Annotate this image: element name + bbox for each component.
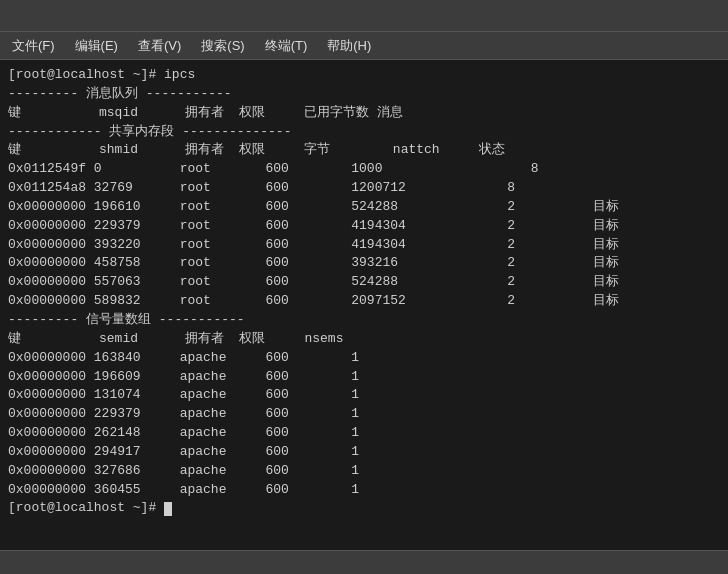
status-bar <box>0 550 728 574</box>
prompt-text: [root@localhost ~]# <box>8 499 164 518</box>
terminal-line: 0x00000000 131074 apache 600 1 <box>8 386 720 405</box>
menu-help[interactable]: 帮助(H) <box>319 35 379 57</box>
terminal-line: 0x00000000 196609 apache 600 1 <box>8 368 720 387</box>
terminal-line: 0x00000000 327686 apache 600 1 <box>8 462 720 481</box>
menu-search[interactable]: 搜索(S) <box>193 35 252 57</box>
menu-file[interactable]: 文件(F) <box>4 35 63 57</box>
terminal-line: 0x00000000 163840 apache 600 1 <box>8 349 720 368</box>
command-prompt: [root@localhost ~]# ipcs <box>8 66 720 85</box>
terminal-line: 0x00000000 557063 root 600 524288 2 目标 <box>8 273 720 292</box>
terminal-output: --------- 消息队列 -----------键 msqid 拥有者 权限… <box>8 85 720 500</box>
terminal-line: 0x00000000 393220 root 600 4194304 2 目标 <box>8 236 720 255</box>
terminal-line: 键 semid 拥有者 权限 nsems <box>8 330 720 349</box>
bottom-prompt: [root@localhost ~]# <box>8 499 720 518</box>
terminal-line: 0x00000000 229379 root 600 4194304 2 目标 <box>8 217 720 236</box>
terminal-line: 0x00000000 262148 apache 600 1 <box>8 424 720 443</box>
terminal-line: --------- 信号量数组 ----------- <box>8 311 720 330</box>
menu-terminal[interactable]: 终端(T) <box>257 35 316 57</box>
terminal-line: 键 msqid 拥有者 权限 已用字节数 消息 <box>8 104 720 123</box>
terminal-line: 0x00000000 360455 apache 600 1 <box>8 481 720 500</box>
terminal-line: 键 shmid 拥有者 权限 字节 nattch 状态 <box>8 141 720 160</box>
terminal-line: --------- 消息队列 ----------- <box>8 85 720 104</box>
menu-view[interactable]: 查看(V) <box>130 35 189 57</box>
terminal-line: 0x011254a8 32769 root 600 1200712 8 <box>8 179 720 198</box>
menu-bar: 文件(F) 编辑(E) 查看(V) 搜索(S) 终端(T) 帮助(H) <box>0 32 728 60</box>
menu-edit[interactable]: 编辑(E) <box>67 35 126 57</box>
terminal-line: 0x00000000 589832 root 600 2097152 2 目标 <box>8 292 720 311</box>
terminal-body[interactable]: [root@localhost ~]# ipcs --------- 消息队列 … <box>0 60 728 550</box>
title-bar <box>0 0 728 32</box>
terminal-line: 0x00000000 294917 apache 600 1 <box>8 443 720 462</box>
terminal-line: 0x00000000 196610 root 600 524288 2 目标 <box>8 198 720 217</box>
terminal-line: 0x0112549f 0 root 600 1000 8 <box>8 160 720 179</box>
cursor <box>164 502 172 516</box>
terminal-line: 0x00000000 458758 root 600 393216 2 目标 <box>8 254 720 273</box>
terminal-line: 0x00000000 229379 apache 600 1 <box>8 405 720 424</box>
terminal-line: ------------ 共享内存段 -------------- <box>8 123 720 142</box>
